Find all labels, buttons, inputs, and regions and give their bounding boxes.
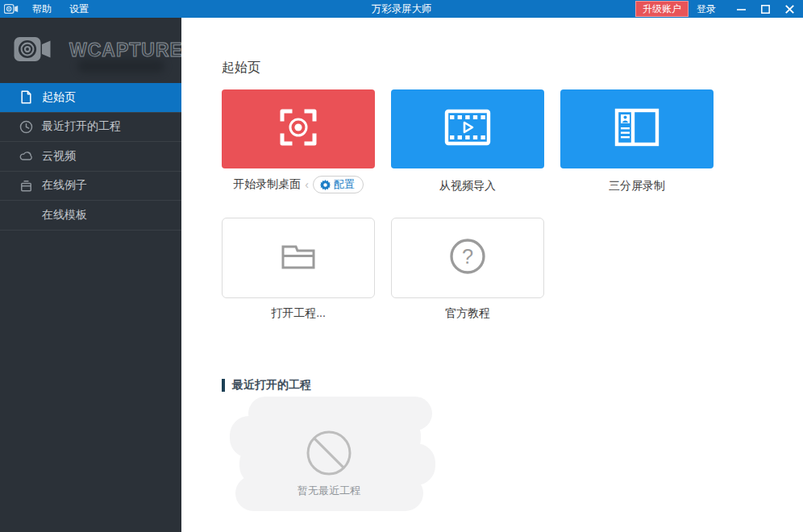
sidebar-nav: 起始页 最近打开的工程 云视频 — [0, 83, 181, 231]
sidebar-item-label: 起始页 — [42, 90, 76, 105]
window-title: 万彩录屏大师 — [372, 2, 432, 16]
sidebar-item-label: 在线模板 — [42, 208, 87, 222]
start-recording-label-row: 开始录制桌面 ‹ 配置 — [222, 176, 375, 193]
sidebar: WCAPTURE 起始页 最近打开的工程 — [0, 18, 181, 532]
config-button[interactable]: 配置 — [313, 176, 364, 193]
card-label: 开始录制桌面 — [233, 177, 301, 192]
close-icon — [785, 5, 794, 14]
screen-record-icon — [277, 106, 320, 152]
titlebar: 帮助 设置 万彩录屏大师 升级账户 登录 — [0, 0, 803, 18]
menu-settings[interactable]: 设置 — [60, 0, 98, 18]
sidebar-item-start-page[interactable]: 起始页 — [0, 83, 181, 113]
document-icon — [19, 90, 33, 104]
brand-name: WCAPTURE — [69, 39, 183, 61]
sidebar-item-online-examples[interactable]: 在线例子 — [0, 172, 181, 202]
card-label: 从视频导入 — [439, 179, 496, 193]
empty-recent-text: 暂无最近工程 — [248, 484, 410, 498]
camera-icon — [4, 3, 19, 15]
sidebar-item-online-templates[interactable]: 在线模板 — [0, 201, 181, 231]
sidebar-item-label: 云视频 — [42, 149, 76, 164]
video-import-icon — [444, 109, 491, 149]
maximize-icon — [761, 5, 770, 14]
recent-projects-title: 最近打开的工程 — [232, 378, 311, 393]
sidebar-item-cloud-video[interactable]: 云视频 — [0, 142, 181, 172]
question-icon: ? — [448, 237, 487, 279]
titlebar-right: 升级账户 登录 — [635, 0, 803, 18]
login-button[interactable]: 登录 — [697, 2, 716, 16]
config-button-label: 配置 — [334, 177, 355, 192]
start-recording-card[interactable] — [222, 89, 375, 168]
sidebar-item-recent-projects[interactable]: 最近打开的工程 — [0, 113, 181, 143]
camera-logo-icon — [13, 34, 52, 68]
no-icon-spacer — [19, 208, 33, 222]
open-project-label-row: 打开工程... — [222, 306, 375, 321]
split-screen-label-row: 三分屏录制 — [560, 179, 714, 193]
open-project-card[interactable] — [222, 218, 375, 298]
recent-projects-header: 最近打开的工程 — [222, 378, 311, 393]
close-button[interactable] — [777, 0, 801, 18]
chevron-left-icon: ‹ — [305, 179, 309, 190]
sidebar-item-label: 最近打开的工程 — [42, 119, 121, 134]
card-label: 打开工程... — [271, 306, 326, 321]
minimize-icon — [737, 5, 746, 14]
video-import-label-row: 从视频导入 — [391, 179, 544, 193]
section-accent-bar — [222, 379, 225, 392]
page-title: 起始页 — [222, 60, 260, 77]
sidebar-item-label: 在线例子 — [42, 178, 87, 193]
menu-help[interactable]: 帮助 — [23, 0, 60, 18]
maximize-button[interactable] — [753, 0, 777, 18]
video-import-card[interactable] — [391, 89, 544, 168]
cloud-icon — [19, 149, 33, 163]
svg-text:?: ? — [462, 245, 473, 268]
main-content: 起始页 — [181, 18, 803, 532]
app-window: { "titlebar": { "app_icon": "camera-icon… — [0, 0, 803, 532]
split-screen-card[interactable] — [560, 89, 714, 168]
card-label: 官方教程 — [445, 306, 490, 321]
clock-icon — [19, 120, 33, 134]
split-screen-icon — [614, 108, 659, 150]
official-tutorial-label-row: 官方教程 — [391, 306, 544, 321]
box-icon — [19, 179, 33, 193]
minimize-button[interactable] — [729, 0, 753, 18]
gear-icon — [320, 180, 331, 190]
no-entry-icon — [306, 430, 352, 480]
official-tutorial-card[interactable]: ? — [391, 218, 544, 298]
folder-icon — [279, 241, 318, 275]
card-label: 三分屏录制 — [609, 179, 665, 193]
upgrade-account-button[interactable]: 升级账户 — [635, 1, 689, 17]
blurred-watermark — [77, 60, 164, 73]
